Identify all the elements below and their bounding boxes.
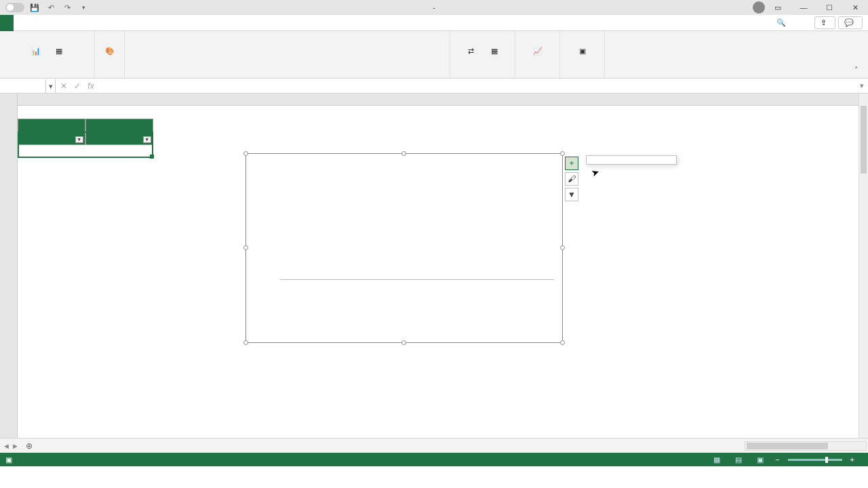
worksheet-grid[interactable]: ▾ ▾ + 🖌 ▼ ➤ xyxy=(0,94,868,438)
zoom-in-icon[interactable]: + xyxy=(850,455,854,464)
quick-layout-button[interactable]: ▦ xyxy=(47,33,71,70)
cursor-icon: ➤ xyxy=(590,165,601,178)
table-header-month[interactable]: ▾ xyxy=(18,119,85,145)
move-chart-button[interactable]: ▣ xyxy=(571,33,594,70)
zoom-slider[interactable] xyxy=(788,459,842,461)
comments-button[interactable]: 💬 xyxy=(838,16,863,29)
resize-handle[interactable] xyxy=(243,151,248,156)
select-data-icon: ▦ xyxy=(486,43,503,58)
resize-handle[interactable] xyxy=(243,340,248,345)
add-sheet-button[interactable]: ⊕ xyxy=(22,441,37,451)
resize-handle[interactable] xyxy=(560,340,565,345)
change-colors-button[interactable]: 🎨 xyxy=(98,33,121,70)
chart-type-icon: 📈 xyxy=(529,43,547,58)
select-all-corner[interactable] xyxy=(0,94,18,106)
resize-handle[interactable] xyxy=(401,340,406,345)
add-element-icon: 📊 xyxy=(27,43,45,58)
save-icon[interactable]: 💾 xyxy=(28,1,41,14)
ribbon: 📊 ▦ 🎨 ⇄ ▦ 📈 ▣ ˄ xyxy=(0,31,868,79)
search-icon[interactable]: 🔍 xyxy=(776,18,786,27)
name-box-dropdown[interactable]: ▾ xyxy=(46,79,56,93)
scroll-thumb[interactable] xyxy=(747,443,828,449)
contextual-tab-label xyxy=(420,0,461,19)
chart-elements-button[interactable]: + xyxy=(565,157,578,170)
add-chart-element-button[interactable]: 📊 xyxy=(24,33,47,70)
share-icon: ⇪ xyxy=(821,18,827,27)
chart-object[interactable]: + 🖌 ▼ xyxy=(245,153,563,343)
close-icon[interactable]: ✕ xyxy=(842,0,868,15)
sheet-nav-prev-icon[interactable]: ◄ xyxy=(3,442,10,450)
formula-bar-row: ▾ ✕ ✓ fx ▾ xyxy=(0,79,868,94)
maximize-icon[interactable]: ☐ xyxy=(816,0,842,15)
data-table: ▾ ▾ xyxy=(18,119,153,145)
user-avatar[interactable] xyxy=(753,1,765,14)
filter-icon[interactable]: ▾ xyxy=(143,136,151,143)
comment-icon: 💬 xyxy=(844,18,854,27)
switch-icon: ⇄ xyxy=(462,43,480,58)
fill-handle[interactable] xyxy=(150,155,154,159)
quick-layout-icon: ▦ xyxy=(50,43,68,58)
sheet-tab-bar: ◄ ► ⊕ xyxy=(0,438,868,453)
normal-view-icon[interactable]: ▦ xyxy=(710,455,724,464)
filter-icon[interactable]: ▾ xyxy=(75,136,83,143)
page-layout-view-icon[interactable]: ▤ xyxy=(732,455,745,464)
undo-icon[interactable]: ↶ xyxy=(45,1,57,14)
cancel-formula-icon[interactable]: ✕ xyxy=(57,81,71,91)
horizontal-scrollbar[interactable] xyxy=(745,441,867,451)
titlebar: 💾 ↶ ↷ ▾ - ▭ — ☐ ✕ xyxy=(0,0,868,15)
colors-icon: 🎨 xyxy=(101,43,119,58)
change-chart-type-button[interactable]: 📈 xyxy=(526,33,549,70)
zoom-out-icon[interactable]: − xyxy=(775,455,779,464)
plot-area[interactable] xyxy=(246,162,562,302)
chart-filters-button[interactable]: ▼ xyxy=(565,188,578,201)
page-break-view-icon[interactable]: ▣ xyxy=(753,455,767,464)
resize-handle[interactable] xyxy=(560,151,565,156)
chart-elements-flyout xyxy=(586,155,677,165)
ribbon-options-icon[interactable]: ▭ xyxy=(765,0,791,15)
chart-styles-button[interactable]: 🖌 xyxy=(565,172,578,186)
record-macro-icon[interactable]: ▣ xyxy=(5,455,12,464)
resize-handle[interactable] xyxy=(401,151,406,156)
autosave-toggle[interactable] xyxy=(3,3,24,12)
switch-row-col-button[interactable]: ⇄ xyxy=(460,33,483,70)
enter-formula-icon[interactable]: ✓ xyxy=(71,81,84,91)
select-data-button[interactable]: ▦ xyxy=(483,33,506,70)
qat-customize-icon[interactable]: ▾ xyxy=(77,1,90,14)
fx-icon[interactable]: fx xyxy=(84,81,98,91)
name-box[interactable] xyxy=(0,79,46,93)
file-tab[interactable] xyxy=(0,15,14,31)
scroll-thumb[interactable] xyxy=(861,106,867,174)
redo-icon[interactable]: ↷ xyxy=(61,1,73,14)
table-header-umsatz[interactable]: ▾ xyxy=(85,119,153,145)
expand-formula-bar-icon[interactable]: ▾ xyxy=(856,81,868,90)
minimize-icon[interactable]: — xyxy=(791,0,816,15)
formula-bar[interactable] xyxy=(99,79,856,93)
share-button[interactable]: ⇪ xyxy=(814,16,835,29)
vertical-scrollbar[interactable] xyxy=(859,94,868,438)
move-chart-icon: ▣ xyxy=(574,43,591,58)
sheet-nav-next-icon[interactable]: ► xyxy=(12,442,19,450)
collapse-ribbon-icon[interactable]: ˄ xyxy=(854,66,865,77)
statusbar: ▣ ▦ ▤ ▣ − + xyxy=(0,453,868,466)
